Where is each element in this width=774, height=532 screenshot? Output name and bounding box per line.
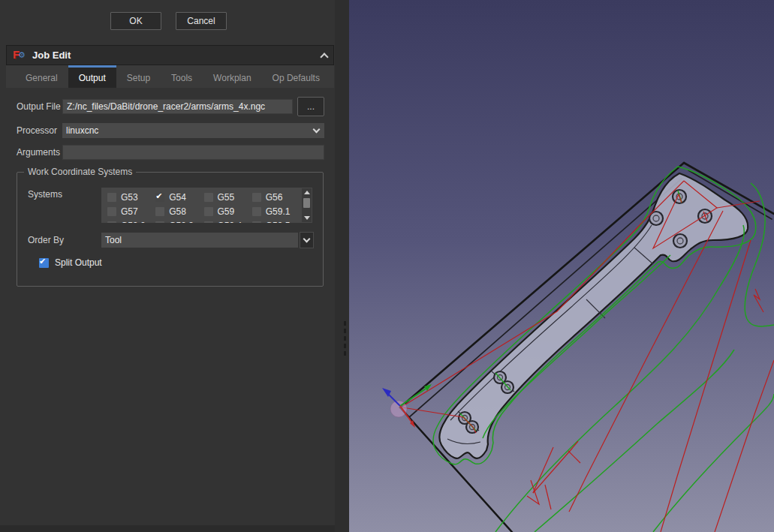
panel-title: Job Edit — [32, 50, 321, 61]
chevron-down-icon — [313, 125, 321, 133]
system-g58[interactable]: G58 — [155, 204, 203, 218]
g59-checkbox[interactable] — [204, 207, 213, 216]
processor-row: Processor linuxcnc — [17, 123, 324, 138]
arguments-row: Arguments — [17, 145, 324, 160]
origin-axes — [382, 384, 432, 428]
systems-grid: G53 G54 G55 G56 G57 G58 G59 G59.1 G59.2 … — [107, 190, 300, 223]
system-g53[interactable]: G53 — [107, 190, 155, 204]
y-axis-arrow — [400, 389, 426, 406]
dialog-button-row: OK Cancel — [110, 12, 227, 30]
g56-checkbox[interactable] — [252, 193, 261, 202]
system-g59-2[interactable]: G59.2 — [107, 218, 155, 223]
g59-5-checkbox[interactable] — [252, 221, 261, 224]
g58-checkbox[interactable] — [155, 207, 164, 216]
job-edit-section: F ⚙ Job Edit General Output Setup Tools … — [6, 45, 334, 287]
browse-button[interactable]: ... — [297, 97, 324, 116]
wcs-group-title: Work Coordinate Systems — [24, 167, 136, 177]
order-by-row: Order By Tool — [28, 232, 314, 248]
processor-combobox[interactable]: linuxcnc — [62, 123, 324, 138]
split-output-label: Split Output — [55, 257, 102, 268]
tab-output[interactable]: Output — [68, 65, 116, 88]
g54-checkbox[interactable] — [155, 193, 164, 202]
panel-footer — [0, 525, 335, 532]
arguments-label: Arguments — [17, 147, 62, 158]
system-g56[interactable]: G56 — [252, 190, 300, 204]
output-file-input[interactable] — [62, 99, 293, 114]
system-g59-4[interactable]: G59.4 — [204, 218, 252, 223]
wcs-groupbox: Work Coordinate Systems Systems G53 G54 … — [17, 172, 324, 287]
3d-viewport[interactable] — [349, 0, 774, 532]
output-file-label: Output File — [17, 101, 62, 112]
cancel-button[interactable]: Cancel — [176, 12, 227, 30]
systems-scrollbar[interactable] — [302, 188, 312, 222]
scroll-down-icon[interactable] — [304, 216, 310, 220]
tab-tools[interactable]: Tools — [161, 65, 203, 88]
processor-label: Processor — [17, 125, 62, 136]
split-output-row: Split Output — [39, 257, 314, 268]
system-g59-5[interactable]: G59.5 — [252, 218, 300, 223]
ok-button[interactable]: OK — [110, 12, 161, 30]
tab-op-defaults[interactable]: Op Defaults — [262, 65, 330, 88]
g53-checkbox[interactable] — [107, 193, 116, 202]
system-g59-1[interactable]: G59.1 — [252, 204, 300, 218]
systems-row: Systems G53 G54 G55 G56 G57 G58 G59 G59.… — [28, 188, 314, 223]
processor-value: linuxcnc — [62, 125, 309, 136]
g55-checkbox[interactable] — [204, 193, 213, 202]
3d-viewport-canvas[interactable] — [349, 0, 774, 532]
splitter-handle-icon[interactable] — [344, 321, 346, 356]
system-g59[interactable]: G59 — [204, 204, 252, 218]
job-edit-header[interactable]: F ⚙ Job Edit — [6, 45, 334, 65]
g59-1-checkbox[interactable] — [252, 207, 261, 216]
system-g59-3[interactable]: G59.3 — [155, 218, 203, 223]
systems-listbox[interactable]: G53 G54 G55 G56 G57 G58 G59 G59.1 G59.2 … — [101, 188, 312, 223]
job-tabbar: General Output Setup Tools Workplan Op D… — [6, 65, 334, 88]
processor-dropdown-arrow[interactable] — [309, 123, 324, 138]
gear-icon: ⚙ — [18, 50, 26, 60]
order-by-label: Order By — [28, 235, 101, 245]
collapse-chevron-icon[interactable] — [320, 53, 328, 61]
split-output-checkbox[interactable] — [39, 258, 49, 268]
order-by-value: Tool — [101, 235, 298, 245]
tab-setup[interactable]: Setup — [116, 65, 161, 88]
system-g55[interactable]: G55 — [204, 190, 252, 204]
output-tab-form: Output File ... Processor linuxcnc Argum… — [6, 88, 334, 287]
order-by-combobox[interactable]: Tool — [101, 233, 298, 248]
scroll-up-icon[interactable] — [304, 191, 310, 194]
task-panel: OK Cancel F ⚙ Job Edit General Output Se… — [0, 0, 335, 532]
g59-4-checkbox[interactable] — [204, 221, 213, 224]
freecad-cam-window: OK Cancel F ⚙ Job Edit General Output Se… — [0, 0, 774, 532]
arguments-input[interactable] — [62, 145, 324, 160]
g59-2-checkbox[interactable] — [107, 221, 116, 224]
tab-workplan[interactable]: Workplan — [203, 65, 261, 88]
job-icon: F ⚙ — [13, 50, 28, 62]
order-by-dropdown-button[interactable] — [300, 232, 314, 248]
systems-label: Systems — [28, 188, 101, 223]
tab-general[interactable]: General — [15, 65, 68, 88]
g59-3-checkbox[interactable] — [155, 221, 164, 224]
system-g54[interactable]: G54 — [155, 190, 203, 204]
system-g57[interactable]: G57 — [107, 204, 155, 218]
pane-splitter[interactable] — [335, 0, 349, 532]
g57-checkbox[interactable] — [107, 207, 116, 216]
chevron-down-icon — [303, 235, 311, 242]
output-file-row: Output File ... — [17, 97, 324, 116]
scroll-thumb[interactable] — [303, 198, 310, 208]
